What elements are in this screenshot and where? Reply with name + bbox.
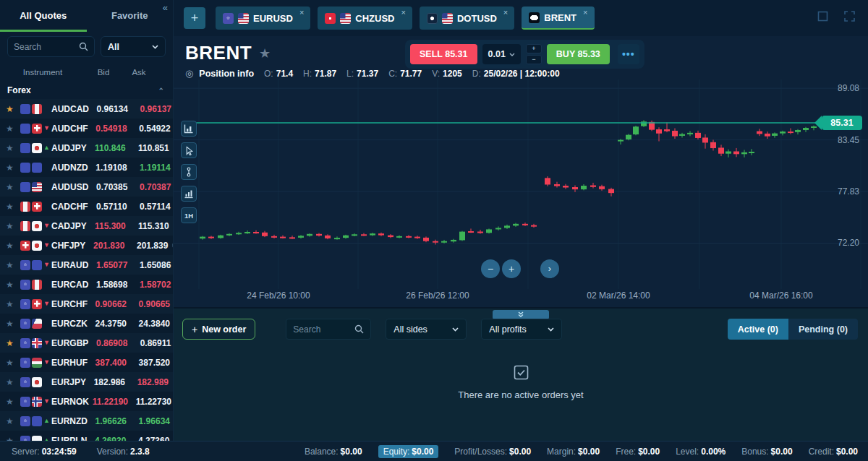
timeframe-button[interactable]: 1H [181,207,197,223]
profits-filter-select[interactable]: All profits [481,319,562,340]
quote-row[interactable]: ★ EURCAD 1.58698 1.58702 i [0,275,173,294]
volume-decrease-button[interactable]: − [526,55,542,64]
quote-ask: 1.19114 [127,163,171,173]
chart-tab[interactable]: DOTUSD × [420,7,514,30]
info-item: V:1205 [432,69,462,79]
chart-tab[interactable]: CHZUSD × [318,7,412,30]
quote-row[interactable]: ★ ▲ EURPLN 4.26930 4.27360 i [0,431,173,441]
quote-ask: 387.520 [127,358,170,368]
quote-row[interactable]: ★ CADCHF 0.57110 0.57114 i [0,197,173,216]
quote-row[interactable]: ★ ▼ EURCHF 0.90662 0.90665 i [0,294,173,314]
quote-row[interactable]: ★ ▼ EURNOK 11.22190 11.22730 i [0,392,173,411]
favorite-star-icon[interactable]: ★ [6,124,20,134]
favorite-star-icon[interactable]: ★ [6,202,20,212]
favorite-star-icon[interactable]: ★ [6,104,20,114]
measure-tool-button[interactable] [181,164,197,180]
favorite-star-icon[interactable]: ★ [6,397,20,407]
favorite-star-icon[interactable]: ★ [6,436,20,441]
quote-row[interactable]: ★ ▼ CADJPY 115.300 115.310 i [0,216,173,236]
favorite-star-icon[interactable]: ★ [6,377,20,387]
new-order-button[interactable]: + New order [182,319,255,340]
favorite-star-icon[interactable]: ★ [6,338,20,348]
quote-symbol: CADJPY [50,221,87,231]
favorite-star-icon[interactable]: ★ [6,182,20,192]
orders-search-input[interactable] [293,324,349,335]
zoom-in-button[interactable]: + [502,259,521,278]
instrument-type-select[interactable]: All [101,36,166,57]
us-icon [340,13,351,24]
quote-row[interactable]: ★ ▼ EURAUD 1.65077 1.65086 i [0,255,173,275]
quote-row[interactable]: ★ ▼ AUDCHF 0.54918 0.54922 i [0,119,173,138]
zoom-out-button[interactable]: − [481,259,500,278]
tab-favorite[interactable]: Favorite [87,0,174,32]
layout-icon[interactable] [817,11,828,22]
close-icon[interactable]: × [299,8,304,17]
quote-row[interactable]: ★ EURCZK 24.3750 24.3840 i [0,314,173,333]
sides-filter-select[interactable]: All sides [386,319,467,340]
close-icon[interactable]: × [401,8,406,17]
quote-row[interactable]: ★ AUDCAD 0.96134 0.96137 i [0,99,173,119]
chart-tab-label: CHZUSD [355,13,394,24]
close-icon[interactable]: × [583,8,587,17]
quote-row[interactable]: ★ ▲ EURNZD 1.96626 1.96634 i [0,411,173,431]
favorite-star-icon[interactable]: ★ [6,163,20,173]
favorite-star-icon[interactable]: ★ [6,260,20,270]
add-tab-button[interactable]: + [184,7,205,29]
quote-bid: 1.96626 [88,416,127,426]
cursor-tool-button[interactable] [181,142,197,158]
close-icon[interactable]: × [503,8,508,17]
volume-select[interactable]: 0.01 [482,44,521,64]
quote-row[interactable]: ★ ▼ EURGBP 0.86908 0.86911 i [0,333,173,353]
quote-symbol: AUDJPY [50,143,87,153]
watchlist-search[interactable] [7,36,95,57]
quote-row[interactable]: ★ AUDNZD 1.19108 1.19114 i [0,158,173,177]
status-left: Server:03:24:59Version:2.3.8 [12,447,150,457]
favorite-star-icon[interactable]: ★ [6,280,20,290]
favorite-star-icon[interactable]: ★ [6,299,20,309]
orders-state-tabs: Active (0) Pending (0) [728,319,858,340]
more-options-button[interactable]: ••• [618,44,639,64]
favorite-star-icon[interactable]: ★ [6,221,20,231]
quote-row[interactable]: ★ ▼ EURHUF 387.400 387.520 i [0,353,173,372]
favorite-star-icon[interactable]: ★ [6,319,20,329]
position-info-icon[interactable]: ◎ [185,68,193,79]
sell-button[interactable]: SELL 85.31 [410,44,477,64]
tab-active-orders[interactable]: Active (0) [728,319,788,340]
favorite-star-icon[interactable]: ★ [259,46,271,61]
quote-symbol: EURGBP [50,338,88,348]
trend-arrow-icon: ▲ [43,418,50,424]
chart-tab[interactable]: EURUSD × [216,7,310,30]
tab-pending-orders[interactable]: Pending (0) [788,319,858,340]
scroll-forward-button[interactable]: › [540,259,559,278]
trend-arrow-icon: ▼ [43,242,50,249]
favorite-star-icon[interactable]: ★ [6,358,20,368]
indicators-button[interactable] [181,186,197,202]
chart-zoom-controls: − + › [481,259,559,278]
quote-row[interactable]: ★ ▲ AUDJPY 110.846 110.851 i [0,138,173,158]
orders-search[interactable] [286,319,371,340]
favorite-star-icon[interactable]: ★ [6,143,20,153]
trend-arrow-icon: ▲ [43,145,50,151]
chart-tab[interactable]: BRENT × [522,7,594,30]
quote-row[interactable]: ★ EURJPY 182.986 182.989 i [0,372,173,392]
watchlist-search-input[interactable] [14,42,79,52]
volume-increase-button[interactable]: + [526,44,542,53]
status-item: Balance:$0.00 [305,447,362,457]
quote-ask: 1.96634 [127,416,170,426]
chart-tab-label: DOTUSD [457,13,497,24]
svg-text:24 Feb/26 10:00: 24 Feb/26 10:00 [247,290,310,301]
chart-type-button[interactable] [181,121,197,137]
favorite-star-icon[interactable]: ★ [6,241,20,251]
status-right: Balance:$0.00Equity:$0.00Profit/Losses:$… [305,445,858,458]
favorite-star-icon[interactable]: ★ [6,416,20,426]
tab-all-quotes[interactable]: All Quotes [0,0,87,32]
collapse-sidebar-icon[interactable]: « [163,2,168,13]
quote-symbol: EURCAD [50,280,88,290]
buy-button[interactable]: BUY 85.33 [547,44,610,64]
trend-arrow-icon: ▼ [43,301,50,307]
flag-icon [20,241,30,251]
quote-row[interactable]: ★ ▼ CHFJPY 201.830 201.839 i [0,236,173,255]
fullscreen-icon[interactable] [844,11,855,22]
group-forex[interactable]: Forex ⌃ [0,82,173,99]
quote-row[interactable]: ★ AUDUSD 0.70385 0.70387 i [0,177,173,197]
